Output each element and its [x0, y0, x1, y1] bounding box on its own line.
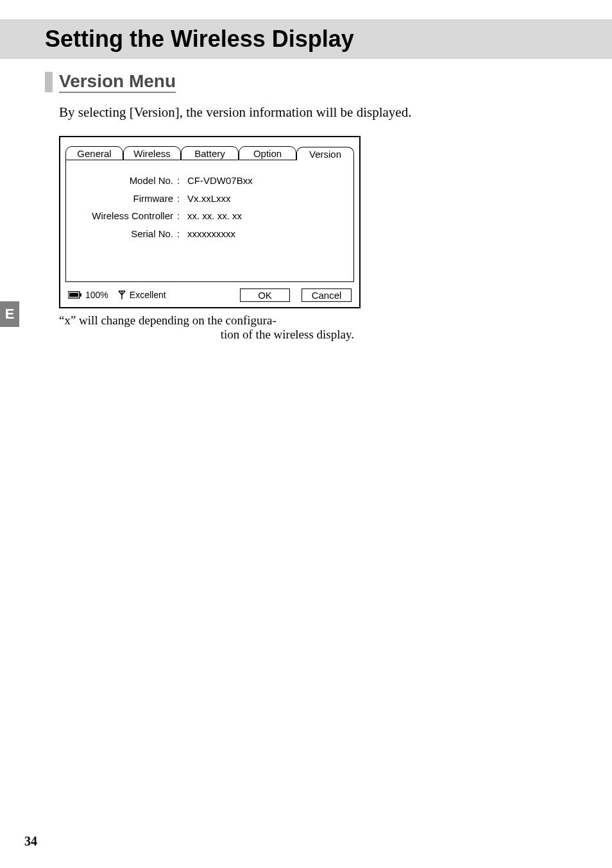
label-firmware: Firmware [78, 190, 177, 208]
version-info: Model No. : CF-VDW07Bxx Firmware : Vx.xx… [78, 172, 342, 243]
colon: : [177, 190, 185, 208]
version-dialog: General Wireless Battery Option Version … [59, 136, 361, 308]
label-wireless-controller: Wireless Controller [78, 207, 177, 225]
signal-label: Excellent [130, 290, 166, 300]
info-row-serial: Serial No. : xxxxxxxxxx [78, 225, 342, 243]
dialog-status-row: 100% Excellent OK Cancel [65, 288, 354, 302]
label-model-no: Model No. [78, 172, 177, 190]
info-row-model: Model No. : CF-VDW07Bxx [78, 172, 342, 190]
tabs-row: General Wireless Battery Option Version [65, 144, 354, 160]
cancel-button[interactable]: Cancel [302, 288, 352, 302]
value-model-no: CF-VDW07Bxx [185, 172, 342, 190]
status-indicators: 100% Excellent [68, 290, 166, 300]
value-wireless-controller: xx. xx. xx. xx [185, 207, 342, 225]
svg-line-5 [122, 291, 125, 295]
tab-battery[interactable]: Battery [181, 146, 239, 160]
label-serial-no: Serial No. [78, 225, 177, 243]
section-heading-accent [45, 72, 53, 92]
battery-status: 100% [68, 290, 108, 300]
svg-rect-2 [69, 293, 78, 297]
colon: : [177, 225, 185, 243]
side-tab: E [0, 301, 19, 327]
tab-option[interactable]: Option [239, 146, 296, 160]
tab-version[interactable]: Version [296, 147, 354, 160]
battery-percentage: 100% [85, 290, 108, 300]
caption-line-2: tion of the wireless display. [59, 328, 361, 342]
intro-paragraph: By selecting [Version], the version info… [59, 104, 567, 121]
caption-line-1: “x” will change depending on the configu… [59, 313, 276, 327]
dialog-buttons: OK Cancel [240, 288, 352, 302]
signal-status: Excellent [117, 290, 166, 300]
tab-panel: Model No. : CF-VDW07Bxx Firmware : Vx.xx… [65, 160, 354, 282]
section-heading: Version Menu [59, 72, 176, 93]
content-area: Version Menu By selecting [Version], the… [0, 72, 612, 342]
antenna-icon [117, 290, 126, 300]
value-firmware: Vx.xxLxxx [185, 190, 342, 208]
info-row-firmware: Firmware : Vx.xxLxxx [78, 190, 342, 208]
tab-wireless[interactable]: Wireless [123, 146, 181, 160]
colon: : [177, 172, 185, 190]
info-row-wireless-controller: Wireless Controller : xx. xx. xx. xx [78, 207, 342, 225]
section-heading-wrap: Version Menu [45, 72, 567, 93]
value-serial-no: xxxxxxxxxx [185, 225, 342, 243]
battery-icon [68, 291, 82, 299]
page-title: Setting the Wireless Display [45, 26, 599, 53]
ok-button[interactable]: OK [240, 288, 290, 302]
page-header: Setting the Wireless Display [0, 19, 612, 59]
caption-text: “x” will change depending on the configu… [59, 313, 361, 342]
page-number: 34 [24, 834, 37, 849]
svg-rect-1 [80, 294, 81, 297]
svg-line-4 [119, 291, 122, 295]
tab-general[interactable]: General [65, 146, 123, 160]
colon: : [177, 207, 185, 225]
